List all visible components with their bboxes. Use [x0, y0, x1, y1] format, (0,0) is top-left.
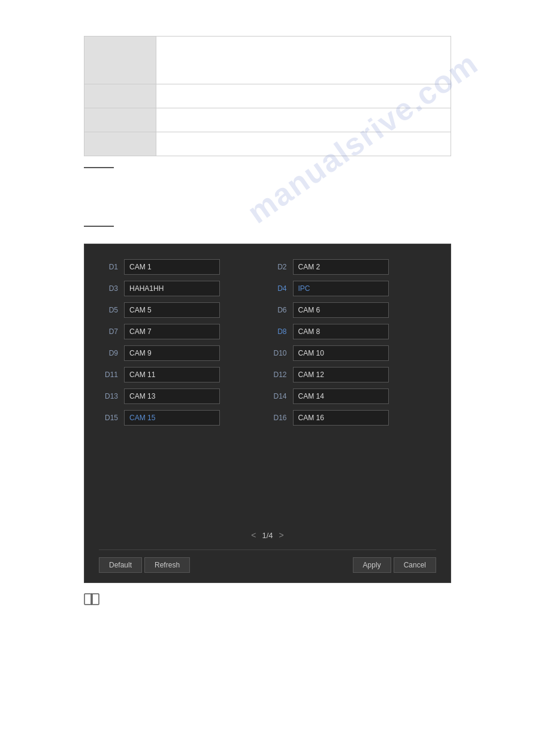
- cam-row-d9: D9: [99, 342, 268, 364]
- cam-input-d2[interactable]: [293, 259, 389, 275]
- cam-label-d1: D1: [99, 263, 118, 271]
- pagination-bar: < 1/4 >: [99, 530, 436, 540]
- cam-input-d14[interactable]: [293, 388, 389, 404]
- left-button-group: Default Refresh: [99, 557, 190, 573]
- cam-row-d15: D15: [99, 407, 268, 429]
- table-header-cell: [84, 132, 156, 156]
- divider-1: [84, 167, 114, 168]
- svg-rect-0: [84, 594, 91, 605]
- empty-area: [99, 435, 436, 518]
- apply-button[interactable]: Apply: [353, 557, 391, 573]
- table-row: [84, 37, 451, 84]
- table-row: [84, 132, 451, 156]
- book-icon: [84, 593, 99, 609]
- cam-label-d11: D11: [99, 371, 118, 379]
- book-icon-row: [84, 593, 451, 609]
- cam-label-d12: D12: [268, 371, 287, 379]
- cam-label-d3: D3: [99, 284, 118, 293]
- spacer: [84, 174, 451, 189]
- cam-row-d4: D4: [268, 278, 437, 299]
- cam-input-d15[interactable]: [124, 410, 220, 426]
- cam-row-d2: D2: [268, 256, 437, 278]
- cam-input-d10[interactable]: [293, 345, 389, 361]
- config-table: [84, 36, 451, 156]
- right-button-group: Apply Cancel: [353, 557, 436, 573]
- cam-label-d7: D7: [99, 327, 118, 336]
- cam-row-d1: D1: [99, 256, 268, 278]
- prev-page-button[interactable]: <: [251, 530, 256, 540]
- cam-row-d5: D5: [99, 299, 268, 321]
- divider-2: [84, 226, 114, 227]
- cam-input-d4[interactable]: [293, 281, 389, 296]
- table-row: [84, 108, 451, 132]
- cam-row-d16: D16: [268, 407, 437, 429]
- cam-row-d3: D3: [99, 278, 268, 299]
- cam-label-d4: D4: [268, 284, 287, 293]
- table-header-cell: [84, 37, 156, 84]
- next-page-button[interactable]: >: [279, 530, 284, 540]
- table-content-cell: [156, 132, 451, 156]
- table-header-cell: [84, 108, 156, 132]
- cancel-button[interactable]: Cancel: [394, 557, 436, 573]
- table-content-cell: [156, 37, 451, 84]
- cam-row-d12: D12: [268, 364, 437, 385]
- cam-row-d6: D6: [268, 299, 437, 321]
- cam-label-d8: D8: [268, 327, 287, 336]
- cam-row-d13: D13: [99, 385, 268, 407]
- refresh-button[interactable]: Refresh: [144, 557, 190, 573]
- cam-label-d6: D6: [268, 306, 287, 314]
- cam-label-d5: D5: [99, 306, 118, 314]
- spacer: [84, 203, 451, 217]
- table-content-cell: [156, 84, 451, 108]
- camera-name-panel: D1 D2 D3 D4 D5 D6: [84, 244, 451, 583]
- table-content-cell: [156, 108, 451, 132]
- table-row: [84, 84, 451, 108]
- cam-input-d11[interactable]: [124, 367, 220, 382]
- camera-grid: D1 D2 D3 D4 D5 D6: [99, 256, 436, 429]
- cam-input-d1[interactable]: [124, 259, 220, 275]
- cam-label-d16: D16: [268, 414, 287, 422]
- cam-row-d8: D8: [268, 321, 437, 342]
- cam-row-d10: D10: [268, 342, 437, 364]
- cam-row-d7: D7: [99, 321, 268, 342]
- cam-label-d10: D10: [268, 349, 287, 357]
- cam-input-d7[interactable]: [124, 324, 220, 339]
- cam-label-d9: D9: [99, 349, 118, 357]
- cam-input-d8[interactable]: [293, 324, 389, 339]
- cam-row-d11: D11: [99, 364, 268, 385]
- cam-label-d13: D13: [99, 392, 118, 400]
- cam-input-d5[interactable]: [124, 302, 220, 318]
- cam-input-d6[interactable]: [293, 302, 389, 318]
- svg-rect-1: [92, 594, 99, 605]
- spacer-sm: [84, 233, 451, 239]
- cam-input-d16[interactable]: [293, 410, 389, 426]
- cam-label-d14: D14: [268, 392, 287, 400]
- cam-input-d12[interactable]: [293, 367, 389, 382]
- bottom-action-bar: Default Refresh Apply Cancel: [99, 549, 436, 573]
- cam-input-d9[interactable]: [124, 345, 220, 361]
- page-indicator: 1/4: [262, 531, 273, 540]
- cam-label-d2: D2: [268, 263, 287, 271]
- table-header-cell: [84, 84, 156, 108]
- spacer: [84, 189, 451, 203]
- cam-label-d15: D15: [99, 414, 118, 422]
- cam-input-d13[interactable]: [124, 388, 220, 404]
- default-button[interactable]: Default: [99, 557, 142, 573]
- cam-row-d14: D14: [268, 385, 437, 407]
- cam-input-d3[interactable]: [124, 281, 220, 296]
